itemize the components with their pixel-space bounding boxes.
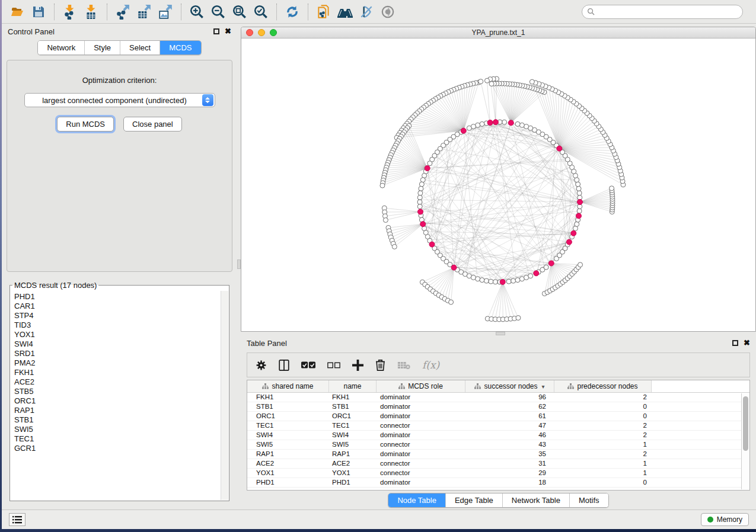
- network-node[interactable]: [484, 278, 489, 283]
- column-header-successor-nodes[interactable]: successor nodes▾: [465, 380, 554, 392]
- export-network-icon[interactable]: [112, 2, 133, 21]
- split-columns-icon[interactable]: [279, 360, 289, 371]
- dominator-node[interactable]: [420, 222, 426, 227]
- dominator-node[interactable]: [508, 120, 513, 126]
- network-node[interactable]: [515, 278, 520, 283]
- result-node-item[interactable]: CAR1: [14, 302, 228, 311]
- network-node[interactable]: [480, 121, 484, 126]
- dominator-node[interactable]: [576, 213, 581, 219]
- network-node[interactable]: [489, 81, 494, 86]
- network-node[interactable]: [484, 78, 489, 83]
- table-row[interactable]: FKH1FKH1dominator962: [247, 393, 749, 402]
- result-list-scrollbar[interactable]: [221, 291, 228, 500]
- mcds-result-list[interactable]: PHD1CAR1STP4TID3YOX1SWI4SRD1PMA2FKH1ACE2…: [11, 291, 228, 500]
- dominator-node[interactable]: [578, 200, 583, 205]
- network-node[interactable]: [417, 204, 422, 209]
- table-row[interactable]: PHD1PHD1dominator180: [247, 478, 749, 488]
- dominator-node[interactable]: [493, 120, 498, 125]
- table-scrollbar[interactable]: [741, 393, 749, 489]
- result-node-item[interactable]: STB1: [14, 415, 228, 425]
- run-mcds-button[interactable]: Run MCDS: [57, 117, 114, 132]
- result-node-item[interactable]: RAP1: [14, 406, 228, 415]
- export-image-icon[interactable]: [155, 2, 176, 21]
- dominator-node[interactable]: [500, 279, 505, 284]
- hide-annotations-icon[interactable]: [356, 2, 377, 21]
- network-node[interactable]: [476, 277, 480, 281]
- import-table-icon[interactable]: [81, 2, 102, 21]
- network-node[interactable]: [515, 121, 520, 126]
- network-node[interactable]: [519, 123, 524, 127]
- network-node[interactable]: [544, 265, 548, 270]
- network-node[interactable]: [392, 244, 397, 249]
- network-node[interactable]: [420, 178, 425, 182]
- network-node[interactable]: [516, 316, 521, 321]
- tab-network-table[interactable]: Network Table: [502, 493, 569, 507]
- network-node[interactable]: [419, 182, 424, 187]
- dominator-node[interactable]: [487, 120, 493, 126]
- select-all-icon[interactable]: [301, 361, 315, 369]
- dominator-node[interactable]: [566, 239, 572, 245]
- float-table-panel-icon[interactable]: [732, 340, 738, 346]
- table-row[interactable]: STB1STB1dominator620: [247, 402, 749, 412]
- clone-network-icon[interactable]: [313, 2, 334, 21]
- close-panel-icon[interactable]: ✖: [225, 28, 231, 34]
- network-node[interactable]: [575, 222, 579, 226]
- result-node-item[interactable]: SRD1: [14, 349, 228, 358]
- dominator-node[interactable]: [425, 165, 430, 171]
- network-node[interactable]: [576, 182, 580, 187]
- zoom-selected-icon[interactable]: [250, 2, 272, 21]
- result-node-item[interactable]: TEC1: [14, 434, 228, 444]
- import-network-icon[interactable]: [59, 2, 81, 21]
- tab-mcds[interactable]: MCDS: [160, 41, 200, 55]
- tab-node-table[interactable]: Node Table: [388, 493, 445, 507]
- dominator-node[interactable]: [461, 128, 466, 133]
- node-table[interactable]: shared namenameMCDS rolesuccessor nodes▾…: [247, 380, 750, 491]
- network-graph[interactable]: [241, 39, 755, 331]
- result-node-item[interactable]: PHD1: [14, 292, 228, 302]
- result-node-item[interactable]: TID3: [14, 321, 228, 330]
- search-field[interactable]: [582, 5, 743, 19]
- deselect-all-icon[interactable]: [327, 361, 340, 369]
- task-history-button[interactable]: [9, 513, 25, 526]
- network-node[interactable]: [489, 279, 493, 284]
- close-panel-button[interactable]: Close panel: [123, 117, 182, 132]
- network-canvas[interactable]: [241, 39, 755, 331]
- network-node[interactable]: [577, 191, 582, 196]
- table-splitter-grip[interactable]: [496, 332, 505, 335]
- network-node[interactable]: [576, 186, 581, 191]
- network-node[interactable]: [577, 209, 582, 213]
- memory-button[interactable]: Memory: [701, 513, 749, 526]
- search-input[interactable]: [595, 8, 738, 16]
- network-node[interactable]: [428, 161, 432, 166]
- delete-row-icon[interactable]: [375, 359, 385, 371]
- result-node-item[interactable]: SWI5: [14, 425, 228, 434]
- panel-splitter[interactable]: [237, 24, 241, 509]
- dominator-node[interactable]: [429, 242, 435, 247]
- optimization-criterion-select[interactable]: largest connected component (undirected): [24, 93, 215, 107]
- refresh-icon[interactable]: [282, 2, 303, 21]
- network-window-titlebar[interactable]: YPA_prune.txt_1: [241, 27, 755, 39]
- result-node-item[interactable]: PMA2: [14, 358, 228, 368]
- table-row[interactable]: YOX1YOX1connector291: [247, 469, 749, 478]
- result-node-item[interactable]: ORC1: [14, 396, 228, 406]
- network-node[interactable]: [511, 278, 516, 283]
- table-row[interactable]: SWI5SWI5connector431: [247, 440, 749, 450]
- close-table-panel-icon[interactable]: ✖: [744, 340, 750, 346]
- result-node-item[interactable]: SWI4: [14, 339, 228, 349]
- table-row[interactable]: SWI4SWI4dominator462: [247, 431, 749, 440]
- float-panel-icon[interactable]: [213, 28, 219, 34]
- table-row[interactable]: ACE2ACE2connector311: [247, 459, 749, 469]
- result-node-item[interactable]: ACE2: [14, 377, 228, 387]
- result-node-item[interactable]: YOX1: [14, 330, 228, 339]
- settings-gear-icon[interactable]: [256, 360, 267, 371]
- save-session-icon[interactable]: [28, 2, 49, 21]
- tab-motifs[interactable]: Motifs: [569, 493, 608, 507]
- network-node[interactable]: [502, 120, 507, 124]
- open-file-icon[interactable]: [7, 2, 28, 21]
- tab-style[interactable]: Style: [84, 41, 120, 55]
- network-node[interactable]: [467, 126, 471, 130]
- result-node-item[interactable]: GCR1: [14, 444, 228, 453]
- search-binoculars-icon[interactable]: [334, 2, 356, 21]
- add-row-icon[interactable]: [352, 360, 363, 371]
- dominator-node[interactable]: [571, 230, 576, 236]
